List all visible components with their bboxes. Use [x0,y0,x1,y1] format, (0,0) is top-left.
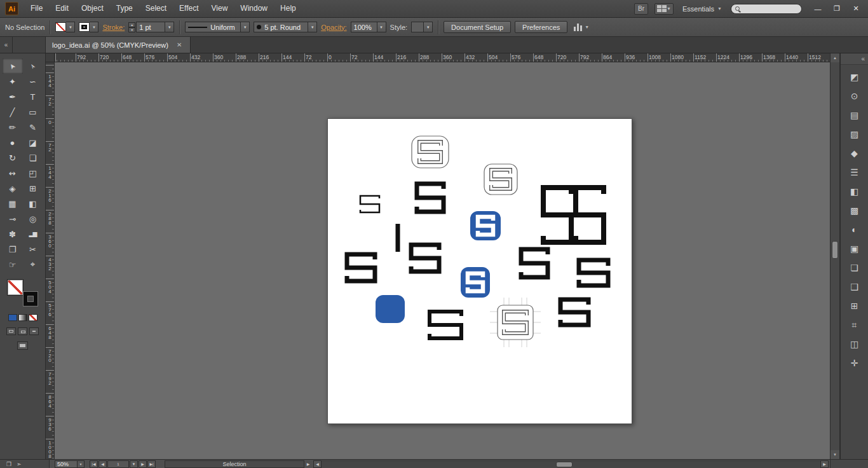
next-artboard-button[interactable]: ▶ [139,460,147,468]
layers-panel-icon[interactable]: ❏ [844,258,865,277]
tool-selection-tool[interactable]: ➤ [3,59,23,74]
appearance-panel-icon[interactable]: ◐ [844,220,865,239]
draw-normal-button[interactable] [6,327,16,335]
logo-blue-badge[interactable] [470,211,501,240]
logo-black-s[interactable] [579,260,608,286]
tool-slice-tool[interactable]: ✂ [23,242,43,257]
pasteboard[interactable] [55,62,830,459]
align-options[interactable]: ▼ [574,24,589,31]
search-input[interactable] [742,5,797,12]
menu-item-object[interactable]: Object [75,0,110,17]
align-panel-icon[interactable]: ⌗ [844,315,865,334]
stroke-panel-link[interactable]: Stroke: [102,24,125,31]
tool-hand-tool[interactable]: ☞ [3,257,23,272]
tool-symbol-sprayer-tool[interactable]: ✽ [3,226,23,242]
tool-rotate-tool[interactable]: ↻ [3,150,23,165]
ruler-origin-corner[interactable] [46,53,55,62]
horizontal-scroll-thumb[interactable] [556,462,573,467]
last-artboard-button[interactable]: ▶| [147,460,156,468]
tool-free-transform-tool[interactable]: ◰ [23,165,43,181]
logo-black-s[interactable] [576,188,604,242]
tool-shape-builder-tool[interactable]: ◈ [3,181,23,196]
first-artboard-button[interactable]: |◀ [90,460,98,468]
menu-item-view[interactable]: View [205,0,234,17]
screen-mode-button[interactable] [17,341,28,350]
opacity-control[interactable]: 100% ▼ [351,22,386,32]
none-button[interactable] [29,314,37,321]
menu-item-file[interactable]: File [24,0,49,17]
menu-item-type[interactable]: Type [110,0,139,17]
zoom-control[interactable]: 50% ▼ [55,460,85,468]
tool-artboard-tool[interactable]: ❐ [3,242,23,257]
vertical-ruler[interactable]: 1447207214421628836043250457664872079286… [46,62,55,459]
bridge-icon[interactable]: Br [634,3,648,15]
menu-item-select[interactable]: Select [139,0,173,17]
logo-blue-square[interactable] [376,295,405,323]
brushes-panel-icon[interactable]: ▨ [844,125,865,144]
tool-magic-wand-tool[interactable]: ✦ [3,74,23,89]
close-icon[interactable]: ✕ [175,41,184,49]
tool-column-graph-tool[interactable]: ▂▆ [23,226,43,242]
variable-width-profile-select[interactable]: Uniform ▼ [185,22,250,32]
gradient-panel-icon[interactable]: ◧ [844,182,865,201]
logo-guided-badge[interactable] [490,298,541,347]
document-tab[interactable]: logo_idea.ai @ 50% (CMYK/Preview) ✕ [46,37,191,53]
graphic-styles-panel-icon[interactable]: ▣ [844,239,865,258]
tool-blend-tool[interactable]: ◎ [23,211,43,226]
tool-eraser-tool[interactable]: ◪ [23,135,43,150]
draw-behind-button[interactable] [18,327,27,335]
menu-item-help[interactable]: Help [274,0,302,17]
tool-type-tool[interactable]: T [23,89,43,104]
logo-outline-badge[interactable] [484,164,517,195]
tool-eyedropper-tool[interactable]: ⊸ [3,211,23,226]
logo-black-s[interactable] [560,299,588,325]
tool-paintbrush-tool[interactable]: ✏ [3,120,23,135]
fill-swatch-none-icon[interactable] [8,280,23,295]
scroll-right-icon[interactable]: ▶ [820,460,829,468]
tool-width-tool[interactable]: ↭ [3,165,23,181]
logo-blue-badge[interactable] [461,267,490,298]
status-popup-icon[interactable]: ▶ [304,460,312,468]
menu-item-window[interactable]: Window [234,0,274,17]
draw-inside-button[interactable] [29,327,39,335]
logo-black-s[interactable] [430,312,461,338]
tool-mesh-tool[interactable]: ▦ [3,196,23,211]
restore-window-icon[interactable]: ❐ [827,3,846,15]
logo-bar[interactable] [396,224,400,252]
gradient-button[interactable] [18,314,27,321]
style-select[interactable]: ▼ [411,22,433,32]
scroll-left-icon[interactable]: ◀ [313,460,322,468]
transform-panel-icon[interactable]: ⊞ [844,296,865,315]
brush-definition-select[interactable]: 5 pt. Round ▼ [254,22,317,32]
logo-black-s[interactable] [347,254,375,281]
vertical-scrollbar[interactable]: ▲ ▼ [830,53,840,459]
tool-lasso-tool[interactable]: ∽ [23,74,43,89]
pathfinder-panel-icon[interactable]: ◫ [844,334,865,354]
symbols-panel-icon[interactable]: ◆ [844,144,865,163]
color-button[interactable] [8,314,17,321]
tool-direct-selection-tool[interactable]: ➢ [23,59,43,74]
stroke-weight-control[interactable]: ▲▼ 1 pt ▼ [128,22,174,32]
prev-artboard-button[interactable]: ◀ [98,460,107,468]
stroke-swatch-icon[interactable] [23,291,38,306]
fill-stroke-indicator[interactable] [8,280,38,306]
hand-nav-icon[interactable]: ➣ [17,461,22,467]
tool-zoom-tool[interactable]: ⌖ [23,257,43,272]
tool-scale-tool[interactable]: ❏ [23,150,43,165]
tool-line-segment-tool[interactable]: ╱ [3,104,23,120]
stroke-color-picker[interactable]: ▼ [79,22,98,32]
tool-blob-brush-tool[interactable]: ● [3,135,23,150]
dock-expand-icon[interactable]: « [841,53,868,65]
vertical-scroll-thumb[interactable] [832,241,838,259]
horizontal-scrollbar[interactable]: ◀ ▶ [313,460,829,468]
document-setup-button[interactable]: Document Setup [444,21,511,33]
artboard[interactable] [327,118,632,424]
color-panel-icon[interactable]: ◩ [844,67,865,86]
opacity-panel-link[interactable]: Opacity: [321,24,346,31]
preferences-button[interactable]: Preferences [515,21,567,33]
tool-pen-tool[interactable]: ✒ [3,89,23,104]
tool-gradient-tool[interactable]: ◧ [23,196,43,211]
menu-item-edit[interactable]: Edit [49,0,75,17]
logo-black-s[interactable] [543,188,571,242]
scroll-down-icon[interactable]: ▼ [831,450,839,459]
